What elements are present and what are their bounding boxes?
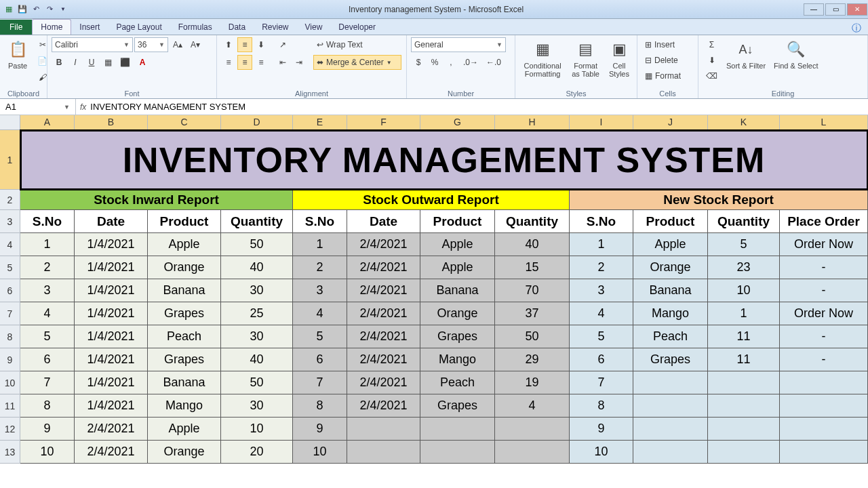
- column-header-C[interactable]: C: [148, 115, 221, 130]
- row-header-12[interactable]: 12: [0, 418, 20, 441]
- cell[interactable]: [420, 441, 495, 464]
- column-header-J[interactable]: J: [633, 115, 708, 130]
- cell[interactable]: 5: [708, 233, 780, 256]
- row-header-11[interactable]: 11: [0, 394, 20, 418]
- cell[interactable]: 2/4/2021: [347, 348, 420, 371]
- cell[interactable]: [780, 418, 868, 441]
- cell[interactable]: Apple: [148, 233, 221, 256]
- row-header-4[interactable]: 4: [0, 233, 20, 256]
- tab-review[interactable]: Review: [254, 20, 296, 35]
- fx-icon[interactable]: fx: [80, 102, 86, 112]
- align-bottom-button[interactable]: ⬇: [254, 37, 269, 52]
- align-left-button[interactable]: ≡: [221, 55, 236, 70]
- cell[interactable]: Grapes: [148, 302, 221, 325]
- cell[interactable]: [780, 394, 868, 418]
- cell[interactable]: 2/4/2021: [347, 371, 420, 394]
- align-top-button[interactable]: ⬆: [221, 37, 236, 52]
- sort-filter-button[interactable]: A↓Sort & Filter: [724, 37, 768, 71]
- cell[interactable]: 1: [708, 302, 780, 325]
- cell[interactable]: [347, 441, 420, 464]
- align-middle-button[interactable]: ≡: [237, 37, 252, 52]
- cell[interactable]: Product: [633, 210, 708, 233]
- row-header-3[interactable]: 3: [0, 210, 20, 233]
- cell[interactable]: Banana: [148, 371, 221, 394]
- cell[interactable]: 2: [570, 256, 633, 279]
- cell[interactable]: 2/4/2021: [347, 394, 420, 418]
- cell[interactable]: 2/4/2021: [347, 256, 420, 279]
- select-all-button[interactable]: [0, 115, 20, 130]
- cells-area[interactable]: INVENTORY MANAGEMENT SYSTEMStock Inward …: [20, 130, 868, 464]
- cell[interactable]: Product: [148, 210, 221, 233]
- cell[interactable]: 1/4/2021: [75, 256, 148, 279]
- cell[interactable]: 2: [293, 256, 347, 279]
- decrease-indent-button[interactable]: ⇤: [275, 55, 290, 70]
- cell[interactable]: 1/4/2021: [75, 371, 148, 394]
- cell[interactable]: 30: [221, 279, 293, 302]
- cell[interactable]: Apple: [633, 233, 708, 256]
- cell[interactable]: S.No: [20, 210, 75, 233]
- column-header-G[interactable]: G: [420, 115, 495, 130]
- cell[interactable]: 4: [293, 302, 347, 325]
- italic-button[interactable]: I: [68, 55, 83, 70]
- find-select-button[interactable]: 🔍Find & Select: [771, 37, 821, 71]
- cell[interactable]: 4: [495, 394, 570, 418]
- align-right-button[interactable]: ≡: [254, 55, 269, 70]
- cell[interactable]: 9: [20, 418, 75, 441]
- cell[interactable]: 1/4/2021: [75, 348, 148, 371]
- cell[interactable]: S.No: [570, 210, 633, 233]
- underline-button[interactable]: U: [84, 55, 99, 70]
- cell[interactable]: 37: [495, 302, 570, 325]
- cell[interactable]: 15: [495, 256, 570, 279]
- font-name-combo[interactable]: Calibri▼: [52, 37, 133, 52]
- cell[interactable]: Order Now: [780, 233, 868, 256]
- paste-button[interactable]: 📋 Paste: [4, 37, 31, 71]
- tab-insert[interactable]: Insert: [71, 20, 108, 35]
- cell[interactable]: Mango: [148, 394, 221, 418]
- cell[interactable]: Product: [420, 210, 495, 233]
- cell[interactable]: 20: [221, 441, 293, 464]
- autosum-button[interactable]: Σ: [703, 37, 721, 52]
- cell[interactable]: Grapes: [420, 394, 495, 418]
- decrease-decimal-button[interactable]: ←.0: [483, 55, 505, 70]
- cell[interactable]: 19: [495, 371, 570, 394]
- cell[interactable]: 6: [570, 348, 633, 371]
- row-header-13[interactable]: 13: [0, 441, 20, 464]
- cell[interactable]: 1: [20, 233, 75, 256]
- cell[interactable]: 8: [20, 394, 75, 418]
- font-size-combo[interactable]: 36▼: [134, 37, 168, 52]
- column-header-I[interactable]: I: [570, 115, 633, 130]
- cell[interactable]: 40: [221, 348, 293, 371]
- cell[interactable]: Quantity: [221, 210, 293, 233]
- cell[interactable]: 7: [293, 371, 347, 394]
- cell[interactable]: Place Order: [780, 210, 868, 233]
- font-color-button[interactable]: A: [135, 55, 150, 70]
- cell[interactable]: 10: [570, 441, 633, 464]
- cell[interactable]: 10: [221, 418, 293, 441]
- conditional-formatting-button[interactable]: ▦Conditional Formatting: [519, 37, 566, 79]
- number-format-combo[interactable]: General▼: [411, 37, 506, 52]
- format-cells-button[interactable]: ▦ Format: [642, 68, 697, 83]
- cell[interactable]: 25: [221, 302, 293, 325]
- cell[interactable]: [495, 418, 570, 441]
- cell[interactable]: [780, 441, 868, 464]
- cell[interactable]: New Stock Report: [570, 190, 868, 210]
- cell[interactable]: 2/4/2021: [347, 302, 420, 325]
- cell[interactable]: Grapes: [148, 348, 221, 371]
- cell[interactable]: Peach: [420, 371, 495, 394]
- cell[interactable]: 2/4/2021: [347, 279, 420, 302]
- cell[interactable]: [708, 394, 780, 418]
- cell[interactable]: 3: [20, 279, 75, 302]
- cell[interactable]: Peach: [148, 325, 221, 348]
- cell[interactable]: 7: [570, 371, 633, 394]
- cell[interactable]: 11: [708, 348, 780, 371]
- cell[interactable]: Peach: [633, 325, 708, 348]
- cell[interactable]: [708, 441, 780, 464]
- cell[interactable]: 8: [570, 394, 633, 418]
- cell[interactable]: -: [780, 256, 868, 279]
- cell[interactable]: Quantity: [708, 210, 780, 233]
- column-header-K[interactable]: K: [708, 115, 780, 130]
- cell[interactable]: 29: [495, 348, 570, 371]
- cell[interactable]: 50: [221, 371, 293, 394]
- column-header-H[interactable]: H: [495, 115, 570, 130]
- cell[interactable]: 30: [221, 394, 293, 418]
